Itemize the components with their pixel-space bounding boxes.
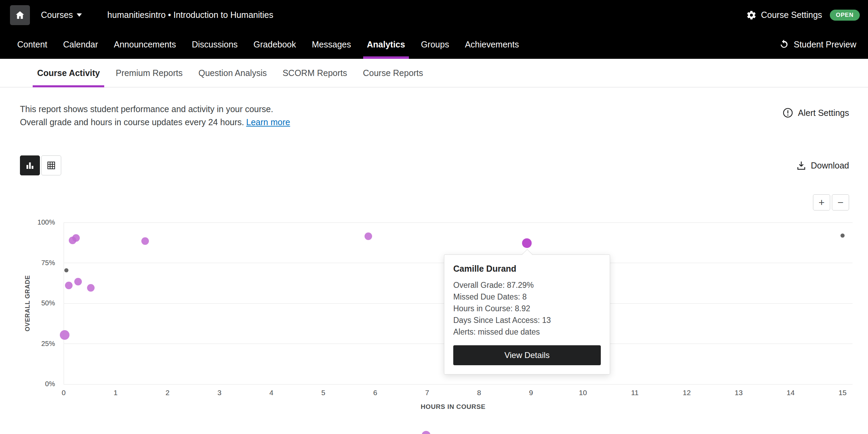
mainnav-item-discussions[interactable]: Discussions [184, 30, 246, 59]
x-tick-label: 12 [673, 389, 701, 397]
data-point[interactable] [64, 268, 68, 272]
tooltip-line: Overall Grade: 87.29% [453, 279, 601, 291]
data-point[interactable] [840, 234, 845, 238]
data-point[interactable] [87, 284, 95, 292]
download-label: Download [811, 161, 849, 171]
tooltip-line: Missed Due Dates: 8 [453, 291, 601, 303]
tooltip-line: Alerts: missed due dates [453, 326, 601, 338]
download-button[interactable]: Download [796, 160, 849, 171]
data-point[interactable] [365, 232, 372, 240]
mainnav-item-announcements[interactable]: Announcements [106, 30, 184, 59]
learn-more-link[interactable]: Learn more [246, 117, 290, 127]
x-tick-label: 11 [621, 389, 649, 397]
courses-label: Courses [41, 10, 73, 20]
table-view-toggle[interactable] [41, 155, 61, 175]
x-tick-label: 6 [361, 389, 389, 397]
student-preview-icon [779, 39, 789, 50]
gridline-0 [64, 384, 853, 384]
tooltip-line: Days Since Last Access: 13 [453, 314, 601, 326]
table-icon [46, 160, 56, 171]
topbar-right: Course Settings OPEN [746, 10, 860, 21]
home-button[interactable] [10, 5, 30, 25]
mainnav-item-calendar[interactable]: Calendar [55, 30, 106, 59]
data-point[interactable] [141, 237, 149, 245]
report-description-text: This report shows student performance an… [20, 102, 290, 129]
subnav-tab-scorm-reports[interactable]: SCORM Reports [275, 59, 355, 87]
gridline-100 [64, 223, 853, 223]
chart-view-toggle[interactable] [20, 155, 40, 175]
main-nav: ContentCalendarAnnouncementsDiscussionsG… [0, 30, 868, 59]
breadcrumb: humanitiesintro • Introduction to Humani… [107, 10, 273, 20]
mainnav-item-gradebook[interactable]: Gradebook [246, 30, 304, 59]
x-tick-label: 1 [102, 389, 129, 397]
report-description-line2: Overall grade and hours in course update… [20, 116, 290, 129]
mainnav-item-achievements[interactable]: Achievements [457, 30, 527, 59]
alert-settings-label: Alert Settings [798, 108, 849, 118]
tooltip-details: Overall Grade: 87.29%Missed Due Dates: 8… [453, 279, 601, 338]
subnav-tab-course-reports[interactable]: Course Reports [355, 59, 431, 87]
x-tick-label: 9 [517, 389, 545, 397]
chevron-down-icon [77, 13, 82, 17]
main-nav-items: ContentCalendarAnnouncementsDiscussionsG… [9, 30, 527, 59]
x-tick-label: 8 [465, 389, 493, 397]
data-point[interactable] [74, 278, 82, 285]
zoom-out-button[interactable]: − [832, 194, 849, 210]
analytics-subnav: Course ActivityPremium ReportsQuestion A… [0, 59, 868, 87]
y-axis-line [64, 223, 64, 384]
x-tick-label: 0 [50, 389, 77, 397]
tooltip-line: Hours in Course: 8.92 [453, 303, 601, 314]
y-tick-label: 0% [19, 380, 55, 388]
x-tick-label: 10 [569, 389, 597, 397]
x-tick-label: 4 [258, 389, 285, 397]
view-toggle-group [20, 155, 61, 175]
top-navbar: Courses humanitiesintro • Introduction t… [0, 0, 868, 30]
y-tick-label: 100% [19, 218, 55, 226]
update-frequency-text: Overall grade and hours in course update… [20, 117, 244, 127]
chart-toolbar: Download [0, 155, 868, 175]
tooltip-caret [522, 249, 532, 260]
report-description-line1: This report shows student performance an… [20, 102, 290, 116]
data-point[interactable] [60, 330, 69, 340]
bar-chart-icon [25, 160, 35, 171]
course-settings-button[interactable]: Course Settings [746, 10, 822, 20]
data-point[interactable] [72, 234, 80, 242]
data-point-partial[interactable] [422, 431, 431, 434]
open-badge: OPEN [830, 10, 860, 21]
x-axis-title: HOURS IN COURSE [64, 403, 843, 411]
alert-icon [782, 107, 793, 118]
report-description: This report shows student performance an… [0, 87, 868, 129]
student-preview-label: Student Preview [794, 40, 856, 50]
student-tooltip: Camille Durand Overall Grade: 87.29%Miss… [444, 254, 610, 375]
course-settings-label: Course Settings [761, 10, 822, 20]
zoom-controls: + − [813, 194, 849, 210]
subnav-tab-question-analysis[interactable]: Question Analysis [191, 59, 275, 87]
x-tick-label: 5 [310, 389, 337, 397]
mainnav-item-messages[interactable]: Messages [304, 30, 359, 59]
y-tick-label: 25% [19, 340, 55, 348]
gear-icon [746, 10, 757, 20]
y-tick-label: 50% [19, 299, 55, 307]
student-preview-button[interactable]: Student Preview [779, 30, 856, 59]
subnav-tab-premium-reports[interactable]: Premium Reports [108, 59, 191, 87]
x-tick-label: 2 [154, 389, 181, 397]
alert-settings-button[interactable]: Alert Settings [782, 107, 849, 118]
x-tick-label: 3 [206, 389, 233, 397]
home-icon [15, 10, 25, 20]
x-tick-label: 14 [777, 389, 804, 397]
y-axis-title: OVERALL GRADE [24, 275, 31, 331]
subnav-tab-course-activity[interactable]: Course Activity [29, 59, 108, 87]
mainnav-item-groups[interactable]: Groups [413, 30, 457, 59]
courses-dropdown[interactable]: Courses [37, 10, 85, 20]
zoom-in-button[interactable]: + [813, 194, 830, 210]
x-tick-label: 7 [413, 389, 441, 397]
view-details-button[interactable]: View Details [453, 345, 601, 365]
y-tick-label: 75% [19, 259, 55, 267]
download-icon [796, 160, 806, 171]
mainnav-item-analytics[interactable]: Analytics [359, 30, 413, 59]
x-tick-label: 15 [829, 389, 856, 397]
data-point-selected[interactable] [522, 238, 532, 248]
x-tick-label: 13 [725, 389, 752, 397]
analytics-page: Courses humanitiesintro • Introduction t… [0, 0, 868, 434]
data-point[interactable] [65, 282, 73, 289]
mainnav-item-content[interactable]: Content [9, 30, 55, 59]
